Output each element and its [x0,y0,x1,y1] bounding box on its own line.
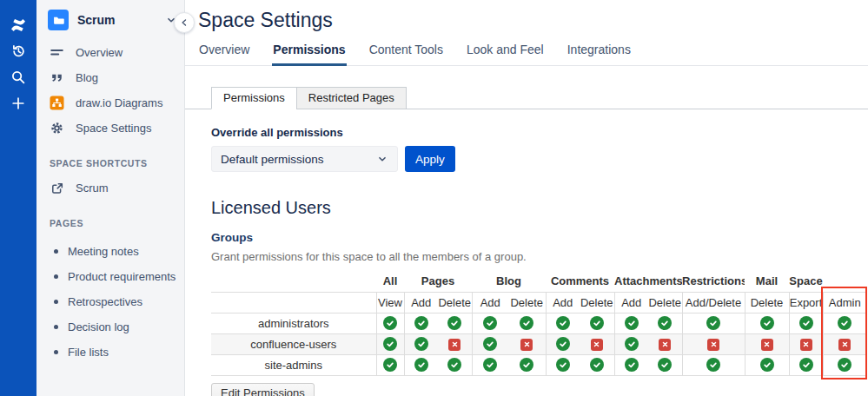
permission-cell [745,313,789,333]
history-icon[interactable] [5,38,31,64]
cross-icon [707,339,719,351]
group-name: confluence-users [211,333,376,354]
subheader-add: Add [404,292,438,313]
permission-cell [376,333,404,354]
subtab-permissions[interactable]: Permissions [211,87,297,109]
space-header[interactable]: Scrum [36,0,184,40]
page-item-decision-log[interactable]: Decision log [36,314,184,340]
permission-cell [682,354,745,375]
check-icon [483,316,497,330]
permission-cell [648,333,682,354]
groups-description: Grant permissions for this space to all … [211,250,868,263]
permission-cell [789,333,823,354]
bullet-icon [54,350,58,354]
main-content: Space Settings OverviewPermissionsConten… [185,0,868,396]
permissions-select[interactable]: Default permissions [211,146,398,172]
check-icon [447,316,461,330]
sidebar-collapse-button[interactable] [174,12,195,33]
table-row-administrators: administrators [211,313,866,333]
check-icon [799,358,813,372]
check-icon [556,337,570,351]
check-icon [383,316,397,330]
groups-title: Groups [211,231,868,244]
page-item-label: Retrospectives [68,295,142,308]
tab-content-tools[interactable]: Content Tools [368,40,444,66]
sidebar-item-overview[interactable]: Overview [36,40,184,65]
cross-icon [520,339,533,351]
permission-cell [546,354,580,375]
permission-cell [580,313,614,333]
space-shortcuts-header: SPACE SHORTCUTS [50,158,184,170]
tab-integrations[interactable]: Integrations [567,40,632,66]
cross-icon [659,339,671,351]
permission-cell [404,313,438,333]
permission-cell [648,313,682,333]
check-icon [556,316,570,330]
subheader-delete: Delete [508,292,546,313]
edit-permissions-button[interactable]: Edit Permissions [211,383,315,396]
permission-cell [508,313,546,333]
pages-header: PAGES [50,218,184,230]
tab-permissions[interactable]: Permissions [272,40,346,66]
cross-icon [838,339,851,351]
space-avatar-icon [48,10,69,30]
group-permissions-table: AllPagesBlogCommentsAttachmentsRestricti… [211,271,866,376]
permission-cell [508,354,546,375]
check-icon [658,316,672,330]
sidebar-item-draw-io-diagrams[interactable]: draw.io Diagrams [36,90,184,116]
table-subheader-row: ViewAddDeleteAddDeleteAddDeleteAddDelete… [211,292,866,313]
permission-cell [438,354,472,375]
search-icon[interactable] [5,64,31,90]
permission-cell [648,354,682,375]
column-group-space: Space [789,271,823,292]
bullet-icon [54,300,58,304]
space-shortcut-scrum[interactable]: Scrum [36,175,184,201]
permissions-panel: Override all permissions Default permiss… [185,126,868,396]
column-group-attachments: Attachments [614,271,682,292]
check-icon [625,358,639,372]
subtab-restricted-pages[interactable]: Restricted Pages [296,87,407,109]
apply-button[interactable]: Apply [405,146,455,172]
column-group-empty [211,271,376,292]
group-name: site-admins [211,354,376,375]
permission-cell [376,313,404,333]
permission-cell [789,354,823,375]
page-item-retrospectives[interactable]: Retrospectives [36,289,184,314]
check-icon [383,358,397,372]
page-item-file-lists[interactable]: File lists [36,340,184,365]
tab-overview[interactable]: Overview [198,40,250,66]
check-icon [383,337,397,351]
permission-cell [789,313,823,333]
table-row-confluence-users: confluence-users [211,333,866,354]
check-icon [483,358,497,372]
page-item-label: Product requirements [68,270,176,283]
space-name: Scrum [77,13,165,27]
check-icon [556,358,570,372]
page-item-product-requirements[interactable]: Product requirements [36,264,184,289]
permission-cell [682,333,745,354]
confluence-logo[interactable] [5,12,31,38]
check-icon [447,358,461,372]
bullet-icon [54,249,58,254]
sidebar-item-label: draw.io Diagrams [76,96,162,109]
check-icon [706,316,720,330]
create-icon[interactable] [5,90,31,116]
cross-icon [761,339,773,351]
cross-icon [448,339,461,351]
gear-icon [50,121,64,135]
tab-look-and-feel[interactable]: Look and Feel [466,40,545,66]
subheader-delete: Delete [745,292,789,313]
sidebar-item-label: Blog [76,71,98,84]
sidebar-item-space-settings[interactable]: Space Settings [36,116,184,141]
cross-icon [591,339,603,351]
app-root: Scrum OverviewBlogdraw.io DiagramsSpace … [0,0,868,396]
external-link-icon [50,181,64,195]
app-navigation-rail [0,0,36,396]
licensed-users-title: Licensed Users [211,198,868,218]
page-item-label: Meeting notes [68,245,139,258]
permission-cell [546,313,580,333]
check-icon [658,358,672,372]
column-group-all: All [376,271,404,292]
sidebar-item-blog[interactable]: Blog [36,65,184,90]
page-item-meeting-notes[interactable]: Meeting notes [36,239,184,264]
